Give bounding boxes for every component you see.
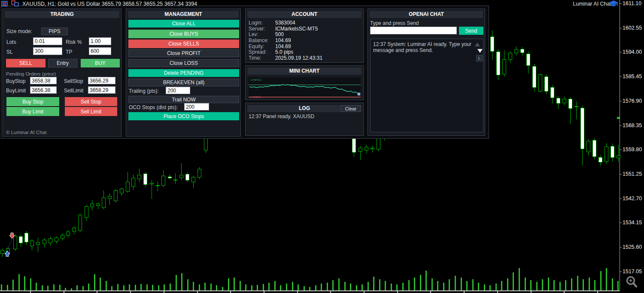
volume-bar <box>140 284 142 290</box>
volume-bar <box>327 283 328 290</box>
indicator-list-icon[interactable] <box>1 1 8 6</box>
volume-bar <box>495 284 497 290</box>
send-button[interactable]: Send <box>459 27 483 35</box>
tp-input[interactable] <box>89 47 111 55</box>
candle-body <box>126 182 130 192</box>
buy-button[interactable]: BUY <box>81 59 120 67</box>
size-mode-toggle[interactable]: PIPS <box>41 27 68 35</box>
trade-connector-line <box>7 239 12 251</box>
volume-bar <box>321 284 322 290</box>
candle-body <box>137 175 141 179</box>
volume-bar <box>484 284 485 290</box>
symbol-ohlc-text: XAUUSD, H1: Gold vs US Dollar 3655.79 36… <box>22 1 197 7</box>
buy-limit-button[interactable]: Buy Limit <box>6 107 59 116</box>
breakeven-button[interactable]: BREAKEVEN (all) <box>128 79 239 86</box>
close-all-button[interactable]: Close ALL <box>128 20 239 27</box>
price-axis-label: 1551.25 <box>623 171 642 177</box>
time-axis-tick <box>297 291 298 293</box>
trail-now-button[interactable]: Trail NOW <box>128 96 239 103</box>
corner-l-button[interactable]: L <box>476 55 483 61</box>
buy-arrow-icon <box>5 251 10 256</box>
entry-button[interactable]: Entry <box>48 59 77 67</box>
candle-body <box>496 52 500 75</box>
sell-button[interactable]: SELL <box>6 59 46 67</box>
volume-bar <box>617 281 619 290</box>
volume-bar <box>420 275 421 290</box>
volume-bar <box>425 271 427 290</box>
sellstop-input[interactable] <box>88 77 115 84</box>
candle-body <box>131 178 135 187</box>
candle-body <box>61 235 64 239</box>
sell-limit-button[interactable]: Sell Limit <box>65 107 117 116</box>
mini-chart-area[interactable]: H 3670.2 L 3635.2 <box>249 77 361 98</box>
price-axis-label: 1576.90 <box>623 98 642 104</box>
candle-body <box>55 238 58 241</box>
account-row: Time:2025.09.19 12:43:31 <box>249 55 361 61</box>
candle-body <box>617 156 620 159</box>
place-oco-button[interactable]: Place OCO Stops <box>128 112 239 120</box>
volume-bar <box>36 283 37 290</box>
account-row-label: Balance: <box>249 37 275 43</box>
volume-bar <box>94 274 95 290</box>
volume-bar <box>298 284 299 290</box>
time-axis-tick <box>597 291 598 293</box>
volume-bar <box>472 279 474 290</box>
trailing-label: Trailing (pts): <box>129 88 159 94</box>
scroll-down-icon[interactable] <box>477 49 483 53</box>
volume-bar <box>344 282 346 290</box>
lots-input[interactable] <box>33 37 62 45</box>
volume-bar <box>263 284 264 290</box>
volume-bar <box>594 280 595 290</box>
charts-windows-icon[interactable] <box>11 0 20 7</box>
close-buys-button[interactable]: Close BUYS <box>128 30 239 38</box>
volume-bar <box>53 284 55 290</box>
volume-bar <box>170 284 171 290</box>
sl-input[interactable] <box>33 47 62 55</box>
candle-body <box>173 180 177 180</box>
time-axis-tick <box>264 291 264 293</box>
candle-body <box>605 146 608 162</box>
candle-wick <box>175 173 176 184</box>
candle-body <box>108 196 112 199</box>
candle-wick <box>158 181 158 191</box>
oco-stops-input[interactable] <box>184 103 209 110</box>
time-axis-tick <box>464 291 465 293</box>
selllimit-input[interactable] <box>88 86 115 94</box>
delete-pending-button[interactable]: Delete PENDING <box>128 69 239 77</box>
buy-stop-button[interactable]: Buy Stop <box>6 97 59 106</box>
candle-body <box>514 49 518 53</box>
account-row: Server:ICMarketsSC-MT5 <box>249 26 361 32</box>
close-profit-button[interactable]: Close PROFIT <box>128 49 239 57</box>
chat-input[interactable] <box>370 27 457 34</box>
zoom-icon[interactable] <box>626 275 638 289</box>
candle-body <box>179 175 183 178</box>
volume-bar <box>234 278 235 290</box>
price-axis-tick <box>620 247 622 247</box>
scroll-up-icon[interactable] <box>475 43 480 46</box>
volume-bar <box>210 284 212 290</box>
current-price-tick <box>617 117 620 119</box>
buylimit-input[interactable] <box>30 86 57 94</box>
volume-bar <box>356 285 357 290</box>
volume-bar <box>449 279 450 290</box>
close-loss-button[interactable]: Close LOSS <box>128 59 239 67</box>
trailing-input[interactable] <box>166 87 190 94</box>
candle-wick <box>618 145 619 162</box>
volume-bar <box>489 285 491 290</box>
sell-stop-button[interactable]: Sell Stop <box>65 97 117 106</box>
candle-body <box>586 141 590 152</box>
volume-bar <box>466 281 468 290</box>
candle-body <box>30 241 34 246</box>
price-axis-label: 1517.05 <box>623 269 642 275</box>
volume-bar <box>385 281 386 290</box>
time-axis-tick <box>397 291 398 293</box>
candle-body <box>611 146 614 158</box>
volume-bar <box>612 278 613 290</box>
log-clear-button[interactable]: Clear <box>341 105 361 112</box>
close-sells-button[interactable]: Close SELLS <box>128 40 239 48</box>
buystop-input[interactable] <box>30 77 57 84</box>
price-axis-label: 1594.00 <box>623 49 642 55</box>
risk-input[interactable] <box>89 37 111 45</box>
log-entry: 12:37 Panel ready. XAUUSD <box>249 113 314 119</box>
chat-message-area[interactable]: 12:37 System: Luminar AI ready. Type you… <box>370 39 483 132</box>
